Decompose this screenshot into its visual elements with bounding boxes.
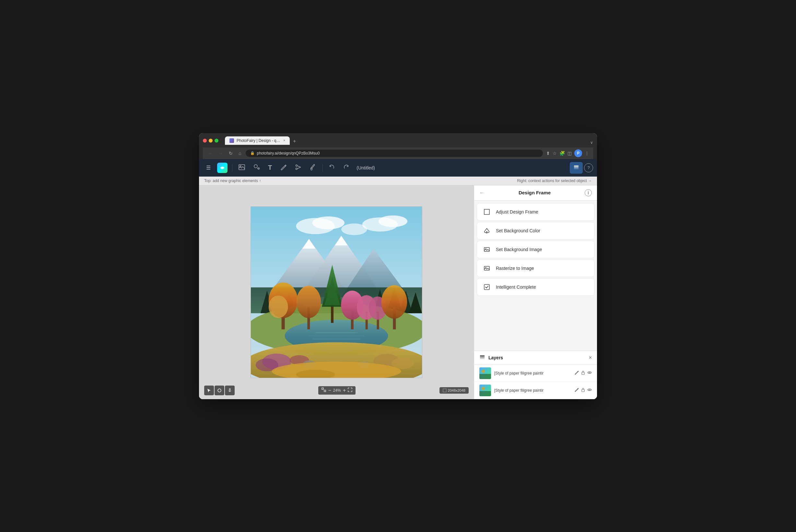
forward-button[interactable]: →	[217, 150, 224, 156]
svg-point-66	[487, 232, 488, 233]
set-background-image-label: Set Background Image	[496, 247, 542, 252]
svg-rect-78	[582, 372, 584, 375]
layers-stack-icon	[479, 354, 485, 361]
layers-panel-button[interactable]	[570, 162, 583, 174]
svg-point-35	[269, 295, 288, 318]
set-background-image-item[interactable]: Set Background Image	[477, 241, 594, 258]
layer-item-2[interactable]: [Style of paper filigree paintir	[474, 382, 597, 399]
browser-controls: PhotoFairy | Design - qnQPzBo × + ∨	[203, 136, 593, 145]
layer-actions-2	[574, 387, 592, 393]
address-field[interactable]: 🔒 photofairy.ai/design/qnQPzBo3Msu0	[246, 150, 543, 157]
svg-point-84	[589, 389, 590, 391]
layer-edit-button-1[interactable]	[574, 370, 579, 376]
background-image-icon	[483, 246, 491, 253]
close-traffic-light[interactable]	[203, 139, 207, 142]
layer-visibility-button-2[interactable]	[587, 387, 592, 393]
svg-rect-71	[484, 284, 489, 290]
canvas-area[interactable]: − 24% + 2048x2048	[199, 185, 474, 399]
browser-chrome: PhotoFairy | Design - qnQPzBo × + ∨ ← → …	[199, 133, 597, 159]
paint-tool-button[interactable]	[306, 162, 320, 174]
svg-point-79	[589, 372, 590, 373]
reload-button[interactable]: ↻	[228, 150, 234, 156]
app-logo	[217, 163, 228, 173]
address-bar: ← → ↻ ⌂ 🔒 photofairy.ai/design/qnQPzBo3M…	[203, 147, 593, 159]
svg-point-76	[481, 370, 485, 373]
anchor-tool-button[interactable]	[225, 385, 235, 395]
layer-lock-button-1[interactable]	[581, 370, 585, 376]
bookmark-button[interactable]: ☆	[553, 151, 557, 156]
svg-rect-65	[484, 209, 489, 214]
active-tab[interactable]: PhotoFairy | Design - qnQPzBo ×	[225, 136, 290, 145]
back-button[interactable]: ←	[207, 150, 214, 156]
svg-rect-73	[480, 357, 485, 358]
svg-rect-63	[324, 390, 326, 392]
text-tool-button[interactable]: T	[265, 162, 275, 173]
redo-button[interactable]	[340, 162, 353, 174]
svg-point-48	[381, 285, 407, 319]
layer-edit-button-2[interactable]	[574, 387, 579, 393]
design-frame-info-button[interactable]: i	[585, 189, 592, 196]
toolbar-separator-2	[322, 164, 323, 172]
scissor-tool-button[interactable]	[291, 162, 305, 174]
hint-bar: Top: add new graphic elements ↑ Right: c…	[199, 176, 597, 185]
set-background-color-item[interactable]: Set Background Color	[477, 222, 594, 240]
layers-panel: Layers × [Style of paper filigree painti…	[474, 350, 597, 399]
tab-expand-icon: ∨	[590, 140, 593, 145]
share-button[interactable]: ⬆	[546, 151, 550, 156]
crop-tool-button[interactable]	[214, 385, 224, 395]
tab-favicon	[229, 138, 234, 143]
pen-tool-button[interactable]	[277, 162, 290, 174]
tab-close-icon[interactable]: ×	[283, 139, 285, 142]
pointer-tool-button[interactable]	[204, 385, 214, 395]
hamburger-menu-button[interactable]: ☰	[203, 163, 214, 173]
fullscreen-button[interactable]	[348, 387, 352, 393]
intelligent-complete-icon	[483, 283, 491, 291]
panel-back-button[interactable]: ←	[479, 190, 485, 196]
new-tab-button[interactable]: +	[290, 138, 299, 145]
layer-lock-button-2[interactable]	[581, 387, 585, 393]
layer-visibility-button-1[interactable]	[587, 370, 592, 376]
menu-button[interactable]: ⋮	[585, 151, 589, 156]
home-button[interactable]: ⌂	[237, 150, 242, 156]
svg-rect-8	[574, 168, 579, 169]
right-panel: ← Design Frame i Adjust Design Frame	[474, 185, 597, 399]
zoom-out-button[interactable]: −	[328, 387, 331, 393]
adjust-design-frame-item[interactable]: Adjust Design Frame	[477, 203, 594, 221]
lock-icon: 🔒	[250, 151, 255, 155]
hint-top: Top: add new graphic elements ↑	[204, 178, 261, 183]
pen-icon	[280, 164, 287, 172]
sidebar-toggle-button[interactable]: ◫	[568, 151, 572, 156]
app-toolbar: ☰ T	[199, 159, 597, 176]
layers-close-button[interactable]: ×	[589, 355, 592, 361]
profile-button[interactable]: P	[574, 149, 582, 157]
canvas-image	[250, 206, 422, 378]
url-text: photofairy.ai/design/qnQPzBo3Msu0	[257, 151, 538, 155]
scissors-icon	[295, 164, 302, 172]
image-icon	[238, 164, 245, 172]
layer-item-1[interactable]: [Style of paper filigree paintir	[474, 365, 597, 382]
paint-icon	[309, 164, 317, 172]
layers-icon	[573, 164, 580, 172]
maximize-traffic-light[interactable]	[214, 139, 219, 142]
hint-right: Right: context actions for selected obje…	[517, 178, 592, 183]
image-tool-button[interactable]	[235, 162, 249, 174]
adjust-frame-icon	[483, 208, 491, 216]
rasterize-icon	[483, 264, 491, 272]
intelligent-complete-item[interactable]: Intelligent Complete	[477, 278, 594, 296]
landscape-svg	[251, 207, 422, 378]
minimize-traffic-light[interactable]	[209, 139, 213, 142]
rasterize-to-image-item[interactable]: Rasterize to Image	[477, 260, 594, 277]
design-frame-menu-items: Adjust Design Frame Set Background Color	[474, 201, 597, 350]
undo-button[interactable]	[325, 162, 338, 174]
design-frame-panel-header: ← Design Frame i	[474, 185, 597, 201]
hamburger-icon: ☰	[206, 165, 211, 171]
design-frame-title: Design Frame	[518, 190, 551, 195]
extensions-button[interactable]: 🧩	[560, 151, 565, 156]
svg-rect-83	[582, 390, 584, 392]
zoom-in-button[interactable]: +	[343, 387, 346, 393]
fit-button[interactable]	[322, 387, 326, 393]
svg-point-37	[296, 286, 321, 318]
help-button[interactable]: ?	[584, 163, 593, 172]
tabs-bar: PhotoFairy | Design - qnQPzBo × + ∨	[225, 136, 593, 145]
shape-tool-button[interactable]	[250, 162, 264, 174]
